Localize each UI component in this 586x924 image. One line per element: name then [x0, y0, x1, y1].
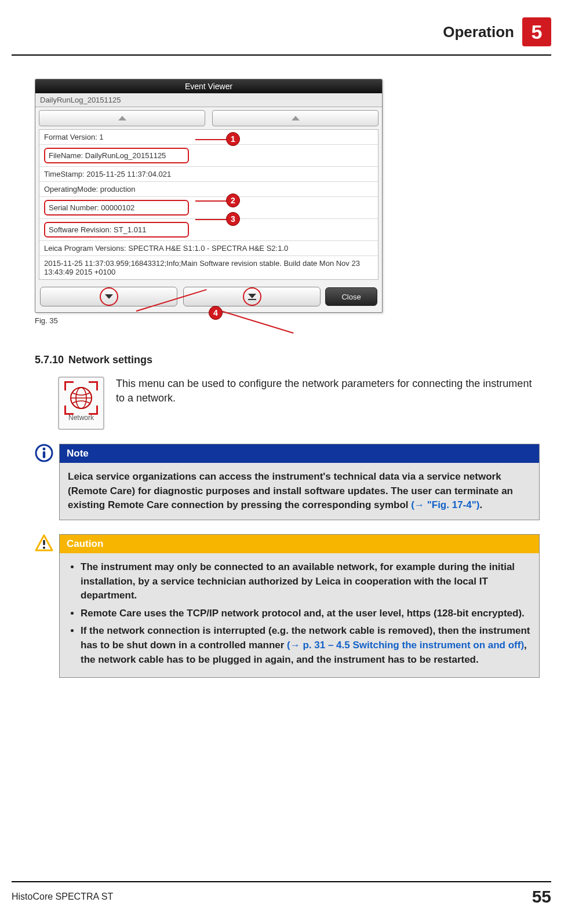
section-heading: 5.7.10 Network settings — [35, 354, 540, 366]
scroll-top-button[interactable] — [212, 110, 378, 126]
callout-circle-icon — [99, 287, 119, 306]
section-intro: Network This menu can be used to configu… — [35, 377, 540, 430]
row-log: 2015-11-25 11:37:03.959;16843312;Info;Ma… — [39, 256, 378, 279]
row-programs: Leica Program Versions: SPECTRA H&E S1:1… — [39, 241, 378, 256]
note-box: Note Leica service organizations can acc… — [35, 444, 540, 520]
event-viewer-body: Format Version: 1 FileName: DailyRunLog_… — [39, 129, 378, 280]
header-title: Operation — [443, 23, 514, 41]
caution-bullet-3: If the network connection is interrupted… — [81, 624, 531, 667]
note-link[interactable]: (→ "Fig. 17-4") — [411, 499, 479, 510]
caution-content: The instrument may only be connected to … — [60, 553, 539, 677]
row-filename: FileName: DailyRunLog_20151125 — [44, 148, 189, 163]
row-serial: Serial Number: 00000102 — [44, 200, 189, 216]
caution-icon — [35, 534, 53, 553]
caution-bullet-2: Remote Care uses the TCP/IP network prot… — [81, 607, 531, 621]
row-operating-mode: OperatingMode: production — [39, 182, 378, 197]
event-viewer-title: Event Viewer — [35, 79, 382, 93]
row-software: Software Revision: ST_1.011 — [44, 222, 189, 238]
footer-product: HistoCore SPECTRA ST — [12, 892, 113, 902]
connector-3 — [195, 219, 227, 220]
note-content: Leica service organizations can access t… — [60, 463, 539, 520]
network-icon-button[interactable]: Network — [58, 377, 104, 430]
section-title: Network settings — [68, 354, 152, 366]
svg-rect-7 — [43, 451, 45, 458]
scroll-up-button[interactable] — [39, 110, 205, 126]
row-format-version: Format Version: 1 — [39, 130, 378, 145]
note-icon — [35, 444, 53, 462]
callout-4: 4 — [209, 306, 223, 320]
event-viewer-top-nav — [35, 107, 382, 129]
close-button[interactable]: Close — [325, 287, 377, 306]
event-viewer-subtitle: DailyRunLog_20151125 — [35, 93, 382, 107]
chevron-up-icon — [118, 116, 126, 120]
chevron-up-bar-icon — [292, 116, 300, 120]
page-header: Operation 5 — [12, 17, 551, 46]
intro-text: This menu can be used to configure the n… — [116, 377, 533, 406]
svg-rect-9 — [43, 540, 45, 545]
callout-1: 1 — [226, 132, 240, 146]
callout-2: 2 — [226, 193, 240, 207]
svg-point-1 — [243, 288, 261, 305]
callout-3: 3 — [226, 212, 240, 226]
caution-heading: Caution — [60, 535, 539, 553]
row-software-wrap: Software Revision: ST_1.011 — [39, 219, 378, 241]
figure-event-viewer: Event Viewer DailyRunLog_20151125 Format… — [35, 79, 388, 325]
note-text-post: . — [479, 499, 482, 510]
row-filename-wrap: FileName: DailyRunLog_20151125 — [39, 145, 378, 167]
note-heading: Note — [60, 444, 539, 463]
svg-point-10 — [43, 546, 45, 549]
svg-point-6 — [43, 448, 46, 451]
page-footer: HistoCore SPECTRA ST 55 — [12, 881, 551, 907]
callout-circle-icon — [242, 287, 262, 306]
caution-bullet-1: The instrument may only be connected to … — [81, 560, 531, 603]
svg-point-0 — [100, 288, 118, 305]
caution-box: Caution The instrument may only be conne… — [35, 534, 540, 678]
caution-b3-link[interactable]: (→ p. 31 – 4.5 Switching the instrument … — [287, 640, 524, 651]
event-viewer-footer: Close — [35, 283, 382, 312]
network-icon-label: Network — [68, 414, 94, 422]
connector-1 — [195, 139, 227, 140]
chapter-number: 5 — [522, 17, 551, 46]
connector-2 — [195, 200, 227, 202]
event-viewer-window: Event Viewer DailyRunLog_20151125 Format… — [35, 79, 383, 313]
row-timestamp: TimeStamp: 2015-11-25 11:37:04.021 — [39, 167, 378, 182]
globe-icon — [68, 385, 94, 411]
section-number: 5.7.10 — [35, 354, 64, 366]
footer-page-number: 55 — [532, 887, 551, 907]
